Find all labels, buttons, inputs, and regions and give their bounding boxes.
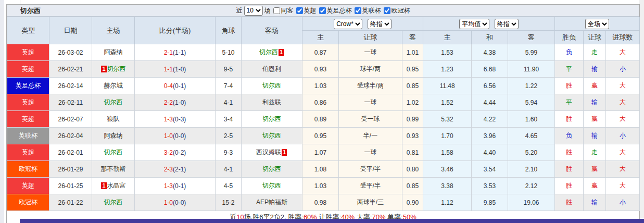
home-team: 阿森纳 [92, 44, 135, 61]
handicap-odds-away: 0.80 [402, 161, 423, 178]
premier-league-checkbox[interactable] [296, 7, 303, 14]
final-odds-select-2[interactable]: 终指 [495, 19, 519, 29]
europe-odds-section: 平均值 终指 [423, 17, 555, 31]
handicap-odds-line: 半/一 [339, 128, 402, 144]
frame-tick [20, 0, 20, 4]
handicap-odds-home: 0.93 [302, 61, 339, 78]
table-row: 英超 26-01-25 1水晶宫 1-3(0-1) 4-5 切尔西 1.03 受… [7, 178, 640, 194]
final-odds-select-1[interactable]: 终指 [368, 19, 392, 29]
table-row: 英足总杯 26-02-14 赫尔城 0-4(0-1) 7-4 切尔西 1.03 … [7, 78, 640, 94]
europe-odds-home: 1.70 [423, 128, 472, 144]
league-filter-facup[interactable]: 英足总杯 [318, 6, 352, 15]
sub-header-goals: 进球数 [606, 31, 640, 44]
matches-table: 类型 日期 主场 比分(半场) 角球 客场 Crow* 终指 平均值 [7, 17, 640, 211]
league-filter-eflcup[interactable]: 英联杯 [353, 6, 381, 15]
table-row: 英超 26-02-11 切尔西 2-2(1-0) 4-1 利兹联 0.86 一球… [7, 94, 640, 111]
corner-score: 4-5 [216, 178, 242, 194]
recent-count-select[interactable]: 10 [244, 6, 263, 16]
corner-score: 7-4 [216, 78, 242, 94]
result-goals: 大 [606, 161, 640, 178]
scope-select[interactable]: 全场 [585, 19, 609, 29]
handicap-odds-away: 0.81 [402, 144, 423, 161]
result-goals: 小 [606, 194, 640, 211]
same-away-checkbox[interactable] [273, 7, 280, 14]
handicap-odds-home: 0.98 [302, 194, 339, 211]
match-score: 2-1(1-1) [135, 44, 216, 61]
sub-header-avg-draw: 和 [472, 31, 508, 44]
home-team: 切尔西 [92, 94, 135, 111]
europe-odds-away: 1.60 [508, 111, 555, 128]
result-winlose: 平 [555, 94, 584, 111]
table-row: 英超 26-02-07 狼队 1-3(0-3) 3-4 切尔西 0.89 受一球… [7, 111, 640, 128]
away-team: 切尔西 [242, 111, 302, 128]
europe-odds-away: 5.94 [508, 94, 555, 111]
handicap-odds-away: 0.85 [402, 78, 423, 94]
corner-score: 3-4 [216, 111, 242, 128]
handicap-odds-line: 两球半/三 [339, 194, 402, 211]
corner-score: 9-3 [216, 144, 242, 161]
col-header-corner: 角球 [216, 17, 242, 44]
result-goals: 大 [606, 178, 640, 194]
home-team: 切尔西 [92, 144, 135, 161]
corner-score: 9-5 [216, 61, 242, 78]
table-row: 欧冠杯 26-01-22 切尔西 1-0(0-0) 15-2 AEP帕福斯 0.… [7, 194, 640, 211]
corner-score: 4-1 [216, 94, 242, 111]
bottom-divider-bar [20, 219, 644, 223]
result-winlose: 胜 [555, 111, 584, 128]
result-handicap: 赢 [584, 178, 606, 194]
match-score: 1-0(0-0) [135, 128, 216, 144]
league-badge: 英超 [7, 178, 49, 194]
europe-odds-home: 3.38 [423, 178, 472, 194]
corner-score: 15-2 [216, 194, 242, 211]
fa-cup-label: 英足总杯 [327, 6, 352, 15]
europe-odds-away: 2.12 [508, 178, 555, 194]
handicap-odds-away: 0.95 [402, 61, 423, 78]
sub-header-avg-away: 客 [508, 31, 555, 44]
same-away-option[interactable]: 同客 [272, 6, 294, 15]
europe-odds-draw: 3.54 [472, 161, 508, 178]
home-team: 阿森纳 [92, 128, 135, 144]
handicap-odds-away: 0.90 [402, 194, 423, 211]
result-handicap: 赢 [584, 78, 606, 94]
away-team: 利兹联 [242, 94, 302, 111]
match-date: 26-01-22 [49, 194, 92, 211]
table-row: 英超 26-02-01 切尔西 3-2(0-2) 9-3 西汉姆联1 1.07 … [7, 144, 640, 161]
match-score: 0-4(0-1) [135, 78, 216, 94]
away-team: AEP帕福斯 [242, 194, 302, 211]
europe-odds-draw: 4.40 [472, 144, 508, 161]
league-filter-premier[interactable]: 英超 [295, 6, 317, 15]
league-filter-ucl[interactable]: 欧冠杯 [383, 6, 410, 15]
europe-odds-home: 1.53 [423, 44, 472, 61]
games-label: 场 [264, 6, 271, 15]
champions-league-checkbox[interactable] [384, 7, 390, 14]
match-score: 3-2(0-2) [135, 144, 216, 161]
league-badge: 英超 [7, 144, 49, 161]
europe-odds-home: 1.12 [423, 194, 472, 211]
result-handicap: 输 [584, 128, 606, 144]
handicap-odds-away: 0.85 [402, 178, 423, 194]
handicap-odds-line: 一球 [339, 144, 402, 161]
europe-odds-draw: 9.85 [472, 194, 508, 211]
sub-header-crow-handicap: 让球 [339, 31, 402, 44]
europe-odds-draw: 4.22 [472, 111, 508, 128]
corner-score: 5-10 [216, 44, 242, 61]
match-score: 1-3(0-1) [135, 178, 216, 194]
col-header-home: 主场 [92, 17, 135, 44]
league-badge: 英超 [7, 44, 49, 61]
match-date: 26-02-11 [49, 94, 92, 111]
handicap-odds-line: 球半/两 [339, 61, 402, 78]
bookmaker-select[interactable]: Crow* [334, 19, 362, 29]
europe-odds-away: 1.22 [508, 78, 555, 94]
fa-cup-checkbox[interactable] [319, 7, 326, 14]
away-team: 西汉姆联1 [242, 144, 302, 161]
efl-cup-checkbox[interactable] [355, 7, 361, 14]
europe-odds-home: 1.23 [423, 61, 472, 78]
filter-toolbar: 近 10 场 同客 英超 英足总杯 英联杯 欧冠 [236, 5, 410, 16]
away-team: 伯恩利 [242, 61, 302, 78]
average-select[interactable]: 平均值 [459, 19, 489, 29]
result-goals: 大 [606, 111, 640, 128]
league-badge: 欧冠杯 [7, 161, 49, 178]
match-date: 26-02-07 [49, 111, 92, 128]
europe-odds-away: 11.90 [508, 61, 555, 78]
header-row-selects: 类型 日期 主场 比分(半场) 角球 客场 Crow* 终指 平均值 [7, 17, 640, 31]
